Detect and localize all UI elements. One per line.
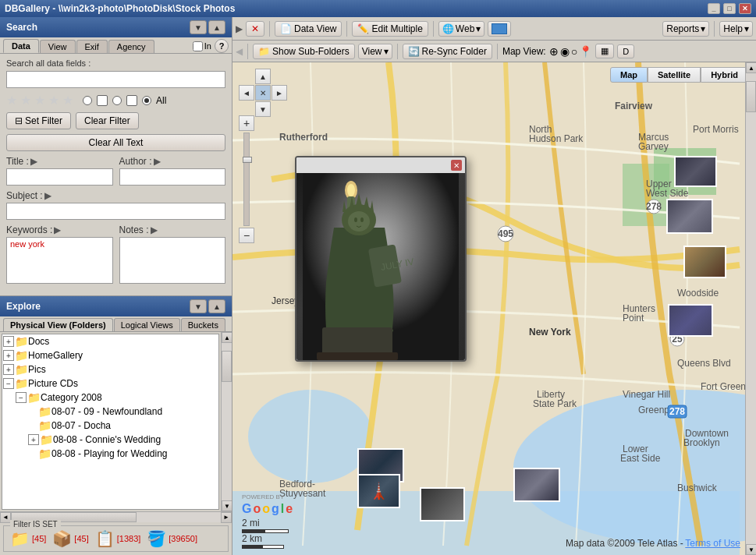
keywords-expand-icon[interactable]: ▶ <box>54 224 61 235</box>
tree-item-category2008[interactable]: − 📁 Category 2008 <box>2 391 218 405</box>
nav-forward-icon[interactable]: ▶ <box>236 23 243 34</box>
tree-scrollbar[interactable]: ▲ ▼ <box>221 332 232 511</box>
explore-expand-button[interactable]: ▲ <box>208 299 225 313</box>
radio-circle-2[interactable] <box>112 96 122 105</box>
in-checkbox-label[interactable]: In <box>193 41 211 51</box>
star-1[interactable]: ★ <box>6 93 17 108</box>
d-button[interactable]: D <box>617 44 634 58</box>
map-thumb-2[interactable] <box>666 199 713 234</box>
popup-close-button[interactable]: ✕ <box>451 160 462 171</box>
map-pin-icon[interactable]: 📍 <box>579 45 592 58</box>
expand-homegallery[interactable]: + <box>3 350 14 361</box>
map-icon-3[interactable]: ○ <box>571 45 577 58</box>
tab-agency[interactable]: Agency <box>108 40 154 53</box>
search-collapse-button[interactable]: ▼ <box>190 20 207 34</box>
map-thumb-7[interactable] <box>420 487 465 521</box>
explore-tab-physical[interactable]: Physical View (Folders) <box>3 318 113 331</box>
tree-item-picturecds[interactable]: − 📁 Picture CDs <box>2 376 218 391</box>
expand-pics[interactable]: + <box>3 364 14 375</box>
map-type-map[interactable]: Map <box>610 67 648 83</box>
expand-picturecds[interactable]: − <box>3 378 14 389</box>
map-thumb-6[interactable] <box>513 468 560 502</box>
tree-hscroll-right[interactable]: ► <box>221 512 232 523</box>
expand-docs[interactable]: + <box>3 336 14 347</box>
tree-hscroll-left[interactable]: ◄ <box>0 512 11 523</box>
map-thumb-4[interactable] <box>668 304 713 337</box>
map-nav-down[interactable]: ▼ <box>255 101 271 117</box>
search-all-fields-input[interactable] <box>6 71 225 88</box>
star-4[interactable]: ★ <box>48 93 59 108</box>
tree-item-pics[interactable]: + 📁 Pics <box>2 362 218 376</box>
reports-dropdown-button[interactable]: Reports ▾ <box>662 21 709 37</box>
map-icon-1[interactable]: ⊕ <box>549 45 559 58</box>
zoom-thumb[interactable] <box>243 157 252 163</box>
web-extra-button[interactable] <box>488 21 511 37</box>
title-input[interactable] <box>6 168 113 186</box>
notes-textarea[interactable] <box>119 237 226 284</box>
map-scroll-track[interactable] <box>746 73 756 544</box>
zoom-out-button[interactable]: − <box>239 228 254 243</box>
web-dropdown-button[interactable]: 🌐 Web ▾ <box>438 21 484 37</box>
map-area[interactable]: 278 495 9 Rutherford Fairview North Huds… <box>232 62 756 555</box>
tree-scroll-down[interactable]: ▼ <box>222 500 232 511</box>
radio-circle-1[interactable] <box>83 96 92 105</box>
keywords-textarea[interactable]: new york <box>6 237 113 284</box>
map-thumb-3[interactable] <box>683 246 726 278</box>
delete-button[interactable]: ✕ <box>246 21 264 37</box>
explore-tab-buckets[interactable]: Buckets <box>181 318 225 331</box>
map-thumb-8[interactable]: 🗼 <box>357 474 400 508</box>
help-button[interactable]: ? <box>215 39 229 53</box>
map-type-hybrid[interactable]: Hybrid <box>701 67 748 83</box>
view-dropdown-button[interactable]: View ▾ <box>358 44 392 59</box>
tree-item-docha[interactable]: 📁 08-07 - Docha <box>2 419 218 433</box>
tree-item-homegallery[interactable]: + 📁 HomeGallery <box>2 348 218 362</box>
radio-box-2[interactable] <box>126 95 137 106</box>
map-nav-center[interactable]: ✕ <box>255 85 271 101</box>
star-3[interactable]: ★ <box>34 93 45 108</box>
tab-exif[interactable]: Exif <box>76 40 108 53</box>
star-2[interactable]: ★ <box>20 93 31 108</box>
resync-button[interactable]: 🔄 Re-Sync Folder <box>403 44 492 59</box>
clear-all-text-button[interactable]: Clear All Text <box>6 134 225 151</box>
tree-scroll-track[interactable] <box>222 343 232 500</box>
subject-input[interactable] <box>6 203 225 220</box>
maximize-button[interactable]: □ <box>723 3 736 14</box>
map-icon-2[interactable]: ◉ <box>560 45 570 58</box>
star-5[interactable]: ★ <box>62 93 73 108</box>
nav-back-icon[interactable]: ◀ <box>236 46 243 57</box>
author-input[interactable] <box>119 168 226 186</box>
expand-category2008[interactable]: − <box>16 392 27 403</box>
edit-multiple-button[interactable]: ✏️ Edit Multiple <box>352 21 428 37</box>
tree-item-docs[interactable]: + 📁 Docs <box>2 334 218 348</box>
zoom-track[interactable] <box>243 133 250 226</box>
map-nav-right[interactable]: ► <box>272 85 287 101</box>
set-filter-button[interactable]: ⊟ Set Filter <box>6 112 71 129</box>
zoom-in-button[interactable]: + <box>239 115 254 131</box>
map-thumb-1[interactable] <box>674 156 717 187</box>
tree-scroll-up[interactable]: ▲ <box>222 332 232 343</box>
map-nav-left[interactable]: ◄ <box>239 85 254 101</box>
notes-expand-icon[interactable]: ▶ <box>151 224 158 235</box>
tree-item-connies-wedding[interactable]: + 📁 08-08 - Connie's Wedding <box>2 433 218 447</box>
in-checkbox[interactable] <box>193 41 203 51</box>
close-button[interactable]: ✕ <box>739 3 751 14</box>
help-dropdown-button[interactable]: Help ▾ <box>719 21 753 37</box>
author-expand-icon[interactable]: ▶ <box>154 156 161 167</box>
show-subfolders-button[interactable]: 📁 Show Sub-Folders <box>253 44 355 59</box>
terms-link[interactable]: Terms of Use <box>685 538 740 549</box>
map-type-satellite[interactable]: Satellite <box>648 67 701 83</box>
radio-circle-all[interactable] <box>142 96 151 105</box>
map-nav-up[interactable]: ▲ <box>255 69 271 84</box>
tab-data[interactable]: Data <box>3 39 39 53</box>
expand-connies-wedding[interactable]: + <box>28 434 39 445</box>
explore-collapse-button[interactable]: ▼ <box>190 299 207 313</box>
explore-tab-logical[interactable]: Logical Views <box>114 318 180 331</box>
grid-view-button[interactable]: ▦ <box>595 44 614 58</box>
map-scroll-up[interactable]: ▲ <box>746 62 756 73</box>
subject-expand-icon[interactable]: ▶ <box>44 190 51 201</box>
tree-item-playing-for-wedding[interactable]: 📁 08-08 - Playing for Wedding <box>2 447 218 461</box>
tab-view[interactable]: View <box>40 40 76 53</box>
map-scroll-thumb[interactable] <box>746 81 756 112</box>
map-scroll-down[interactable]: ▼ <box>746 544 756 555</box>
tree-item-newfoundland[interactable]: 📁 08-07 - 09 - Newfoundland <box>2 405 218 419</box>
